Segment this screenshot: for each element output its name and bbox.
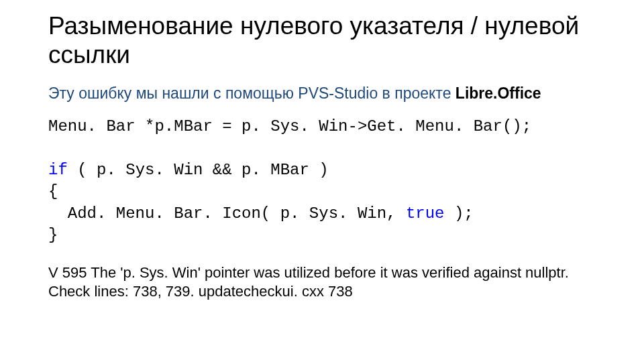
diagnostic-message: V 595 The 'p. Sys. Win' pointer was util… xyxy=(48,263,596,300)
slide: Разыменование нулевого указателя / нулев… xyxy=(0,0,644,362)
code-line-2-rest: ( p. Sys. Win && p. MBar ) xyxy=(68,161,329,179)
code-line-4-head: Add. Menu. Bar. Icon( p. Sys. Win, xyxy=(48,204,406,223)
code-line-3: { xyxy=(48,182,58,200)
subtitle-text: Эту ошибку мы нашли с помощью PVS-Studio… xyxy=(48,84,455,102)
keyword-true: true xyxy=(406,204,445,223)
code-line-4-tail: ); xyxy=(445,204,474,223)
slide-title: Разыменование нулевого указателя / нулев… xyxy=(48,12,596,69)
slide-subtitle: Эту ошибку мы нашли с помощью PVS-Studio… xyxy=(48,84,596,104)
subtitle-project-name: Libre.Office xyxy=(455,84,541,102)
code-line-5: } xyxy=(48,226,58,244)
code-line-1: Menu. Bar *p.MBar = p. Sys. Win->Get. Me… xyxy=(48,117,531,135)
code-block: Menu. Bar *p.MBar = p. Sys. Win->Get. Me… xyxy=(48,116,596,246)
keyword-if: if xyxy=(48,161,68,179)
